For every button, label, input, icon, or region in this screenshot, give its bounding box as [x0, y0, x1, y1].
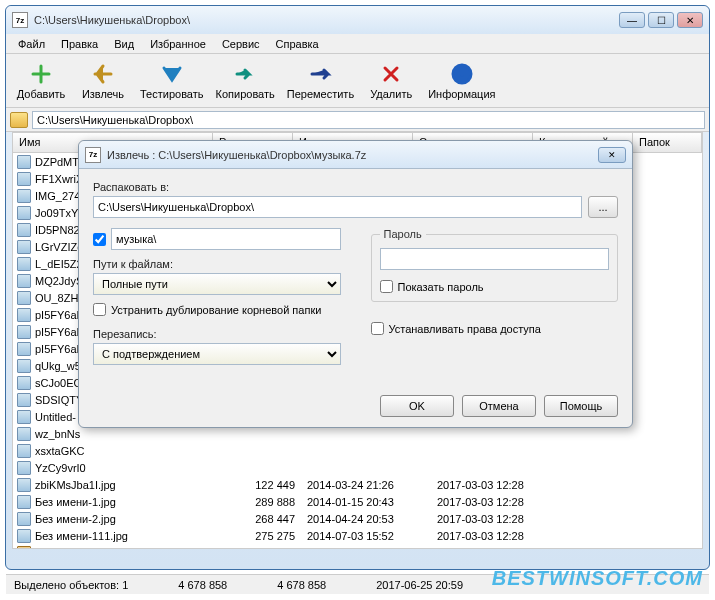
- close-button[interactable]: ✕: [677, 12, 703, 28]
- status-selection: Выделено объектов: 1: [14, 579, 128, 591]
- toolbar-Извлечь[interactable]: Извлечь: [72, 60, 134, 102]
- menu-edit[interactable]: Правка: [53, 36, 106, 52]
- menu-view[interactable]: Вид: [106, 36, 142, 52]
- app-icon: 7z: [12, 12, 28, 28]
- minimize-button[interactable]: —: [619, 12, 645, 28]
- file-icon: [17, 495, 31, 509]
- dialog-title-bar: 7z Извлечь : C:\Users\Никушенька\Dropbox…: [79, 141, 632, 169]
- file-icon: [17, 359, 31, 373]
- file-row[interactable]: Без имени-2.jpg268 4472014-04-24 20:5320…: [13, 510, 702, 527]
- file-icon: [17, 427, 31, 441]
- file-row[interactable]: YzCy9vrI0: [13, 459, 702, 476]
- file-icon: [17, 291, 31, 305]
- window-title: C:\Users\Никушенька\Dropbox\: [34, 14, 619, 26]
- overwrite-select[interactable]: С подтверждением: [93, 343, 341, 365]
- file-icon: [17, 325, 31, 339]
- eliminate-dup-label: Устранить дублирование корневой папки: [111, 304, 321, 316]
- menu-help[interactable]: Справка: [268, 36, 327, 52]
- file-row[interactable]: zbiKMsJba1I.jpg122 4492014-03-24 21:2620…: [13, 476, 702, 493]
- file-icon: [17, 240, 31, 254]
- file-icon: [17, 342, 31, 356]
- extract-dialog: 7z Извлечь : C:\Users\Никушенька\Dropbox…: [78, 140, 633, 428]
- folder-icon: [10, 112, 28, 128]
- ok-button[interactable]: OK: [380, 395, 454, 417]
- file-icon: [17, 444, 31, 458]
- paths-select[interactable]: Полные пути: [93, 273, 341, 295]
- file-icon: [17, 223, 31, 237]
- file-icon: [17, 512, 31, 526]
- toolbar-Тестировать[interactable]: Тестировать: [134, 60, 210, 102]
- menu-bar: Файл Правка Вид Избранное Сервис Справка: [6, 34, 709, 54]
- file-row[interactable]: xsxtaGKC: [13, 442, 702, 459]
- help-button[interactable]: Помощь: [544, 395, 618, 417]
- browse-button[interactable]: ...: [588, 196, 618, 218]
- watermark: BESTWINSOFT.COM: [492, 567, 703, 590]
- file-icon: [17, 172, 31, 186]
- path-input[interactable]: [32, 111, 705, 129]
- paths-label: Пути к файлам:: [93, 258, 341, 270]
- toolbar: ДобавитьИзвлечьТестироватьКопироватьПере…: [6, 54, 709, 108]
- toolbar-Переместить[interactable]: Переместить: [281, 60, 360, 102]
- toolbar-Добавить[interactable]: Добавить: [10, 60, 72, 102]
- cancel-button[interactable]: Отмена: [462, 395, 536, 417]
- subfolder-input[interactable]: [111, 228, 341, 250]
- file-icon: [17, 189, 31, 203]
- file-icon: [17, 274, 31, 288]
- file-icon: [17, 155, 31, 169]
- file-icon: [17, 376, 31, 390]
- menu-favorites[interactable]: Избранное: [142, 36, 214, 52]
- file-icon: [17, 529, 31, 543]
- toolbar-Информация[interactable]: Информация: [422, 60, 501, 102]
- menu-file[interactable]: Файл: [10, 36, 53, 52]
- restore-perms-label: Устанавливать права доступа: [389, 323, 541, 335]
- toolbar-Удалить[interactable]: Удалить: [360, 60, 422, 102]
- dialog-app-icon: 7z: [85, 147, 101, 163]
- file-row[interactable]: Без имени-111.jpg275 2752014-07-03 15:52…: [13, 527, 702, 544]
- extract-to-label: Распаковать в:: [93, 181, 618, 193]
- col-folders[interactable]: Папок: [633, 133, 702, 152]
- file-row[interactable]: музыка.7z4 678 8582017-06-25 20:592017-0…: [13, 544, 702, 549]
- restore-perms-checkbox[interactable]: [371, 322, 384, 335]
- toolbar-Копировать[interactable]: Копировать: [210, 60, 281, 102]
- status-date: 2017-06-25 20:59: [376, 579, 463, 591]
- title-bar: 7z C:\Users\Никушенька\Dropbox\ — ☐ ✕: [6, 6, 709, 34]
- show-password-label: Показать пароль: [398, 281, 484, 293]
- password-input[interactable]: [380, 248, 610, 270]
- file-icon: [17, 546, 31, 550]
- overwrite-label: Перезапись:: [93, 328, 341, 340]
- file-icon: [17, 478, 31, 492]
- address-bar: [6, 108, 709, 132]
- show-password-checkbox[interactable]: [380, 280, 393, 293]
- dialog-title: Извлечь : C:\Users\Никушенька\Dropbox\му…: [107, 149, 598, 161]
- password-label: Пароль: [380, 228, 426, 240]
- file-icon: [17, 410, 31, 424]
- file-icon: [17, 257, 31, 271]
- dialog-close-button[interactable]: ✕: [598, 147, 626, 163]
- extract-path-input[interactable]: [93, 196, 582, 218]
- status-size2: 4 678 858: [277, 579, 326, 591]
- file-icon: [17, 461, 31, 475]
- file-row[interactable]: Без имени-1.jpg289 8882014-01-15 20:4320…: [13, 493, 702, 510]
- maximize-button[interactable]: ☐: [648, 12, 674, 28]
- password-group: Пароль Показать пароль: [371, 228, 619, 302]
- status-size1: 4 678 858: [178, 579, 227, 591]
- menu-tools[interactable]: Сервис: [214, 36, 268, 52]
- file-icon: [17, 206, 31, 220]
- subfolder-checkbox[interactable]: [93, 233, 106, 246]
- eliminate-dup-checkbox[interactable]: [93, 303, 106, 316]
- file-icon: [17, 393, 31, 407]
- file-icon: [17, 308, 31, 322]
